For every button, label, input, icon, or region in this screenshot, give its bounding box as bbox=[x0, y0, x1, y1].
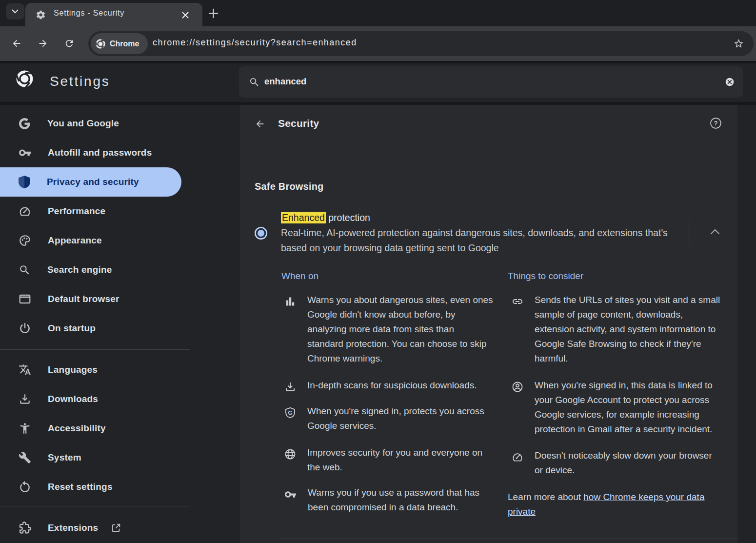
svg-text:G: G bbox=[288, 410, 293, 416]
svg-text:?: ? bbox=[714, 120, 718, 127]
